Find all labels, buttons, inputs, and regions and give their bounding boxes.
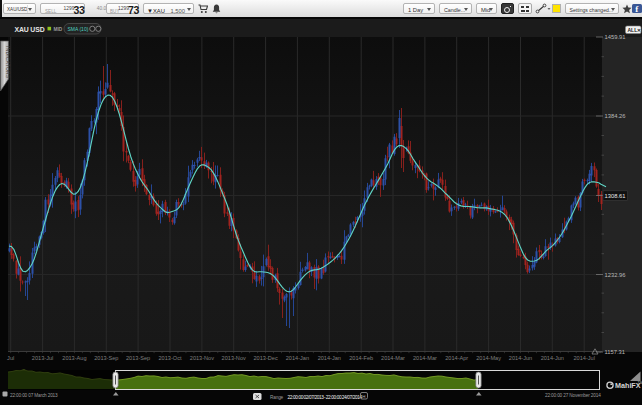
svg-text:1157.31: 1157.31 — [605, 349, 626, 355]
svg-text:INDICATORS: INDICATORS — [5, 46, 11, 79]
svg-text:2014-Jul: 2014-Jul — [573, 355, 594, 361]
svg-text:SMA (10): SMA (10) — [68, 26, 89, 32]
svg-text:Jul: Jul — [7, 355, 14, 361]
svg-text:2013-Sep: 2013-Sep — [126, 355, 150, 361]
svg-text:2014-Jan: 2014-Jan — [318, 355, 341, 361]
svg-text:1308.61: 1308.61 — [605, 193, 626, 199]
svg-text:ALL: ALL — [628, 27, 638, 33]
svg-text:2014-Feb: 2014-Feb — [349, 355, 373, 361]
svg-text:1384.26: 1384.26 — [605, 113, 626, 119]
svg-text:TM: TM — [638, 381, 642, 385]
svg-text:✕: ✕ — [637, 28, 641, 33]
svg-text:2014-Mar: 2014-Mar — [381, 355, 405, 361]
svg-text:22:00:00 07 March 2013: 22:00:00 07 March 2013 — [10, 393, 58, 398]
svg-text:H: H — [362, 394, 365, 399]
svg-text:2014-Mar: 2014-Mar — [413, 355, 437, 361]
svg-text:2013-Aug: 2013-Aug — [62, 355, 86, 361]
svg-text:2014-Jan: 2014-Jan — [286, 355, 309, 361]
svg-text:2013-Sep: 2013-Sep — [94, 355, 118, 361]
svg-text:2013-Jul: 2013-Jul — [32, 355, 53, 361]
svg-text:MID: MID — [54, 27, 63, 32]
svg-text:22:00:00 27 November 2014: 22:00:00 27 November 2014 — [545, 393, 601, 398]
svg-text:1232.96: 1232.96 — [605, 272, 626, 278]
svg-text:1459.91: 1459.91 — [605, 34, 626, 40]
svg-text:2014-Jun: 2014-Jun — [541, 355, 564, 361]
svg-text:2013-Dec: 2013-Dec — [253, 355, 277, 361]
svg-text:2013-Nov: 2013-Nov — [190, 355, 214, 361]
svg-text:22:00:00 02/07/2013 - 22:00:00: 22:00:00 02/07/2013 - 22:00:00 24/07/201… — [288, 395, 363, 400]
svg-text:2014-Jun: 2014-Jun — [509, 355, 532, 361]
svg-text:2014-Apr: 2014-Apr — [445, 355, 468, 361]
svg-text:XAU USD: XAU USD — [15, 26, 45, 33]
svg-text:2013-Nov: 2013-Nov — [222, 355, 246, 361]
svg-text:Range: Range — [270, 395, 284, 400]
svg-text:2013-Oct: 2013-Oct — [158, 355, 181, 361]
svg-text:2014-May: 2014-May — [476, 355, 501, 361]
